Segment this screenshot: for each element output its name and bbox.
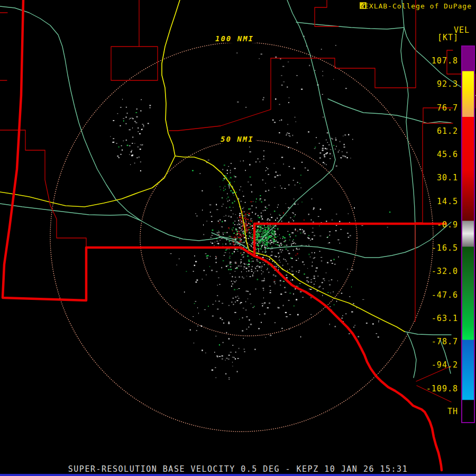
range-ring-100nmi xyxy=(50,42,433,432)
scale-threshold-label: TH xyxy=(421,407,458,416)
green-roads xyxy=(405,332,451,335)
scale-tick-label: 14.5 xyxy=(421,197,458,206)
scale-tick-label: 92.3 xyxy=(421,79,458,89)
range-ring-label-50nmi: 50 NMI xyxy=(218,135,256,143)
green-roads xyxy=(407,333,416,378)
green-roads xyxy=(260,0,335,241)
product-title: SUPER-RESOLUTION BASE VELOCITY 0.5 DEG -… xyxy=(0,464,476,474)
scale-tick-label: 76.7 xyxy=(421,103,458,113)
scale-tick-label: -63.1 xyxy=(421,314,458,323)
county-lines xyxy=(0,130,86,248)
range-ring-label-100nmi: 100 NMI xyxy=(213,34,256,43)
scale-tick-label: 61.2 xyxy=(421,126,458,136)
bottom-blue-strip xyxy=(0,474,476,476)
county-lines xyxy=(0,13,7,80)
yellow-roads xyxy=(162,0,180,156)
scale-tick-label: -109.8 xyxy=(421,384,458,393)
brand-header: NEXLAB-College of DuPage xyxy=(360,2,472,10)
county-lines xyxy=(315,0,338,26)
scale-tick-label: -16.5 xyxy=(421,243,458,253)
scale-tick-label: 107.8 xyxy=(421,56,458,66)
scale-tick-label: 45.6 xyxy=(421,150,458,159)
scale-tick-label: -78.7 xyxy=(421,337,458,346)
velocity-color-scale xyxy=(461,45,475,423)
green-roads xyxy=(296,22,404,29)
range-ring-50nmi xyxy=(140,140,357,336)
state-borders xyxy=(254,256,442,470)
scale-tick-label: -47.6 xyxy=(421,290,458,300)
scale-unit-bracket-label: [KT] xyxy=(437,33,459,42)
state-borders xyxy=(254,224,446,256)
green-roads xyxy=(401,28,415,248)
radar-display: 100 NMI 50 NMI NEXLAB-College of DuPage … xyxy=(0,0,476,476)
county-lines xyxy=(169,58,271,131)
scale-tick-label: -0.9 xyxy=(421,220,458,230)
scale-tick-label: 30.1 xyxy=(421,173,458,182)
radar-map-canvas xyxy=(0,0,476,476)
brand-text: NEXLAB-College of DuPage xyxy=(360,2,472,10)
scale-tick-label: -94.2 xyxy=(421,360,458,370)
yellow-roads xyxy=(249,250,405,332)
scale-tick-label: -32.0 xyxy=(421,267,458,276)
nexlab-logo-icon xyxy=(360,2,367,9)
county-lines xyxy=(111,0,158,80)
